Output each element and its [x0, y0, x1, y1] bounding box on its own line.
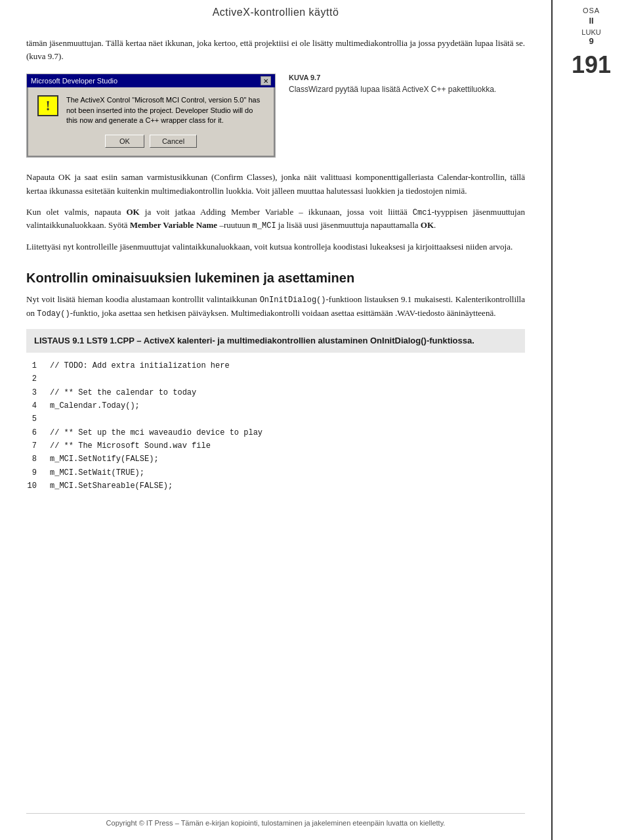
code-line: 9 m_MCI.SetWait(TRUE);: [26, 466, 525, 479]
line-number: 8: [26, 453, 50, 466]
osa-label: OSA: [583, 7, 600, 14]
paragraph-3: Liitettyäsi nyt kontrolleille jäsenmuutt…: [26, 240, 525, 254]
today-code: Today(): [37, 309, 70, 319]
code-line: 4 m_Calendar.Today();: [26, 399, 525, 412]
dialog-close-button[interactable]: ✕: [261, 76, 271, 85]
line-number: 10: [26, 479, 50, 493]
caption-label: KUVA 9.7: [289, 74, 525, 81]
dialog-body: ! The ActiveX Control "Microsoft MCI Con…: [27, 87, 275, 157]
dialog-ok-button[interactable]: OK: [105, 135, 144, 148]
line-code: [50, 372, 525, 386]
paragraph-1: Napauta OK ja saat esiin saman varmistus…: [26, 171, 525, 197]
dialog-message: The ActiveX Control "Microsoft MCI Contr…: [66, 95, 264, 125]
code-line: 6 // ** Set up the mci waveaudio device …: [26, 426, 525, 439]
intro-paragraph: tämän jäsenmuuttujan. Tällä kertaa näet …: [26, 37, 525, 63]
code-line: 10 m_MCI.SetShareable(FALSE);: [26, 479, 525, 493]
line-number: 9: [26, 466, 50, 479]
line-code: [50, 412, 525, 426]
luku-number: 9: [589, 36, 593, 46]
line-number: 2: [26, 372, 50, 386]
line-number: 7: [26, 439, 50, 453]
ok-bold-2: OK: [421, 220, 434, 230]
section-intro: Nyt voit lisätä hieman koodia alustamaan…: [26, 293, 525, 320]
dialog-icon-row: ! The ActiveX Control "Microsoft MCI Con…: [37, 95, 264, 125]
dialog-buttons: OK Cancel: [37, 135, 264, 148]
chapter-title: ActiveX-kontrollien käyttö: [213, 7, 339, 18]
right-sidebar: OSA II LUKU 9 191: [551, 0, 630, 840]
line-number: 6: [26, 426, 50, 439]
page-footer: Copyright © IT Press – Tämän e-kirjan ko…: [26, 813, 525, 827]
listing-label: LISTAUS 9.1 LST9 1.CPP – ActiveX kalente…: [34, 336, 474, 345]
dialog-titlebar: Microsoft Developer Studio ✕: [27, 74, 275, 87]
dialog-cancel-button[interactable]: Cancel: [150, 135, 197, 148]
m-mci-code: m_MCI: [253, 221, 276, 231]
dialog-image: Microsoft Developer Studio ✕ ! The Activ…: [26, 74, 276, 158]
code-line: 1 // TODO: Add extra initialization here: [26, 359, 525, 372]
figure-area: Microsoft Developer Studio ✕ ! The Activ…: [26, 74, 525, 158]
code-line: 7 // ** The Microsoft Sound.wav file: [26, 439, 525, 453]
line-code: m_MCI.SetShareable(FALSE);: [50, 479, 525, 493]
osa-number: II: [589, 16, 593, 26]
cmci-code: Cmci: [413, 208, 432, 217]
line-number: 1: [26, 359, 50, 372]
line-number: 5: [26, 412, 50, 426]
luku-label: LUKU: [581, 28, 600, 36]
line-number: 3: [26, 386, 50, 399]
line-code: // TODO: Add extra initialization here: [50, 359, 525, 372]
code-block: 1 // TODO: Add extra initialization here…: [26, 359, 525, 493]
code-line: 3 // ** Set the calendar to today: [26, 386, 525, 399]
listing-box: LISTAUS 9.1 LST9 1.CPP – ActiveX kalente…: [26, 329, 525, 353]
line-code: // ** The Microsoft Sound.wav file: [50, 439, 525, 453]
warning-icon: !: [37, 95, 58, 116]
figure-caption: KUVA 9.7 ClassWizard pyytää lupaa lisätä…: [289, 74, 525, 95]
chapter-header: ActiveX-kontrollien käyttö: [26, 7, 525, 24]
member-variable-name-bold: Member Variable Name: [130, 220, 217, 230]
line-code: // ** Set the calendar to today: [50, 386, 525, 399]
footer-text: Copyright © IT Press – Tämän e-kirjan ko…: [106, 819, 446, 827]
ok-bold: OK: [127, 207, 140, 217]
code-line: 2: [26, 372, 525, 386]
dialog-title: Microsoft Developer Studio: [31, 77, 117, 85]
code-line: 5: [26, 412, 525, 426]
section-heading: Kontrollin ominaisuuksien lukeminen ja a…: [26, 269, 525, 286]
oninitdialog-code: OnInitDialog(): [260, 296, 326, 305]
line-number: 4: [26, 399, 50, 412]
line-code: m_Calendar.Today();: [50, 399, 525, 412]
line-code: m_MCI.SetNotify(FALSE);: [50, 453, 525, 466]
caption-text: ClassWizard pyytää lupaa lisätä ActiveX …: [289, 84, 525, 95]
page-number: 191: [572, 51, 611, 79]
line-code: m_MCI.SetWait(TRUE);: [50, 466, 525, 479]
line-code: // ** Set up the mci waveaudio device to…: [50, 426, 525, 439]
code-line: 8 m_MCI.SetNotify(FALSE);: [26, 453, 525, 466]
paragraph-2: Kun olet valmis, napauta OK ja voit jatk…: [26, 206, 525, 232]
